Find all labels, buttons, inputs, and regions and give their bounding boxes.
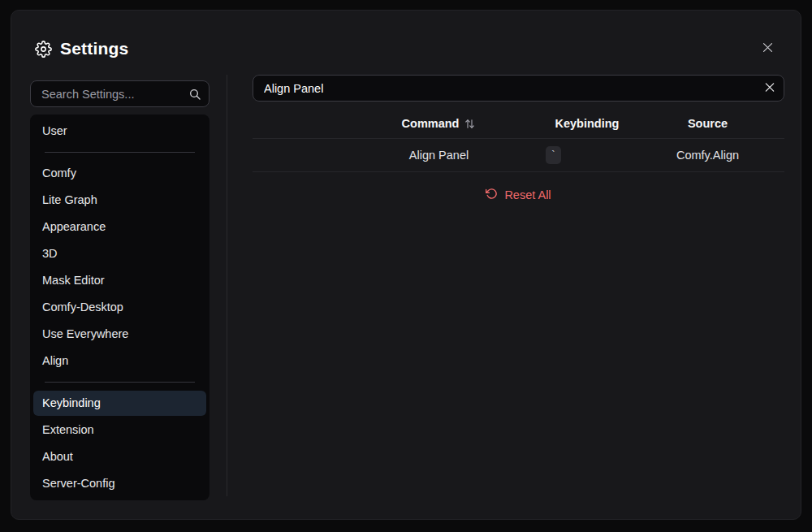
column-header-keybinding: Keybinding: [543, 117, 631, 130]
reset-all-button[interactable]: Reset All: [477, 183, 559, 207]
sidebar-item-server-config[interactable]: Server-Config: [33, 471, 206, 496]
column-header-command[interactable]: Command: [335, 117, 543, 130]
keybinding-panel: Command Keybinding Source: [227, 75, 784, 496]
sidebar-item-comfy[interactable]: Comfy: [33, 161, 206, 186]
source-cell: Comfy.Align: [631, 149, 784, 162]
page-title: Settings: [60, 39, 128, 58]
sidebar-item-lite-graph[interactable]: Lite Graph: [33, 188, 206, 213]
gear-icon: [35, 41, 52, 58]
reset-all-label: Reset All: [504, 188, 551, 201]
keybinding-cell: `: [543, 146, 631, 164]
sidebar-item-align[interactable]: Align: [33, 348, 206, 374]
keycap-badge: `: [546, 146, 561, 164]
keybinding-search-wrap: [253, 75, 784, 102]
close-button[interactable]: [758, 37, 778, 60]
sidebar-search-wrap: [30, 80, 209, 107]
dialog-body: User Comfy Lite Graph Appearance 3D Mask…: [11, 75, 801, 519]
dialog-title-wrap: Settings: [35, 39, 128, 58]
settings-sidebar: User Comfy Lite Graph Appearance 3D Mask…: [30, 75, 209, 496]
settings-dialog: Settings User Comfy: [11, 10, 801, 520]
sort-icon: [464, 118, 476, 130]
sidebar-divider: [45, 382, 195, 383]
column-header-command-label: Command: [402, 117, 460, 130]
settings-category-list: User Comfy Lite Graph Appearance 3D Mask…: [30, 115, 209, 500]
sidebar-item-appearance[interactable]: Appearance: [33, 214, 206, 240]
clear-icon: [763, 80, 776, 96]
sidebar-item-keybinding[interactable]: Keybinding: [33, 391, 206, 416]
reset-icon: [486, 188, 498, 202]
sidebar-item-3d[interactable]: 3D: [33, 241, 206, 266]
sidebar-item-mask-editor[interactable]: Mask Editor: [33, 268, 206, 293]
column-header-source: Source: [631, 117, 784, 130]
search-icon: [188, 88, 201, 101]
table-row[interactable]: Align Panel ` Comfy.Align: [253, 139, 784, 172]
sidebar-item-user[interactable]: User: [33, 119, 206, 144]
close-icon: [761, 41, 775, 57]
clear-search-button[interactable]: [763, 80, 776, 96]
sidebar-item-comfy-desktop[interactable]: Comfy-Desktop: [33, 295, 206, 320]
keybinding-search-input[interactable]: [253, 75, 784, 102]
sidebar-item-use-everywhere[interactable]: Use Everywhere: [33, 322, 206, 347]
sidebar-item-extension[interactable]: Extension: [33, 417, 206, 443]
column-header-source-label: Source: [688, 117, 728, 130]
dialog-header: Settings: [11, 11, 801, 75]
table-header-row: Command Keybinding Source: [253, 109, 784, 139]
sidebar-item-about[interactable]: About: [33, 444, 206, 469]
sidebar-divider: [45, 152, 195, 153]
column-header-keybinding-label: Keybinding: [555, 117, 620, 130]
search-settings-input[interactable]: [30, 80, 209, 107]
command-cell: Align Panel: [335, 149, 543, 162]
